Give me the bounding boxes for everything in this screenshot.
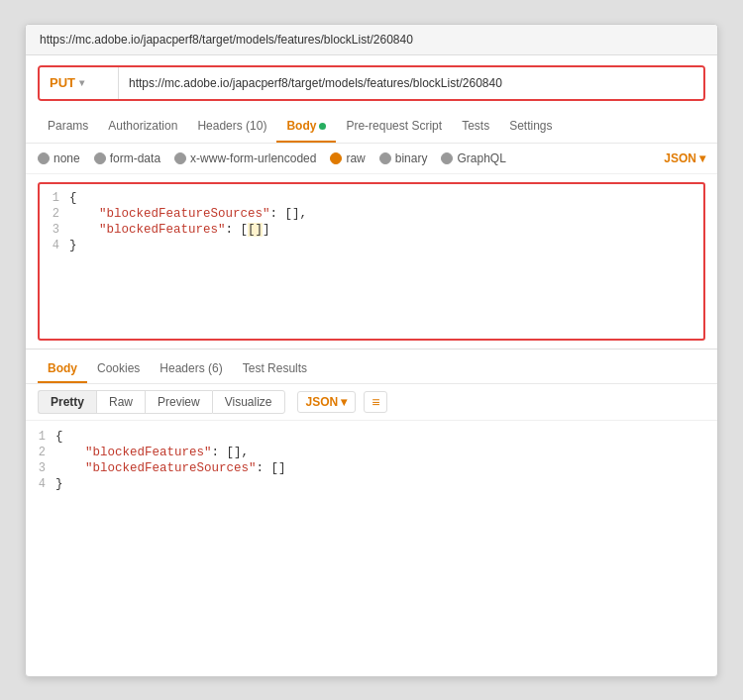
main-window: https://mc.adobe.io/japacperf8/target/mo… (25, 24, 718, 677)
request-bar: PUT ▾ (38, 65, 705, 101)
tab-tests[interactable]: Tests (452, 111, 499, 143)
resp-btn-raw[interactable]: Raw (96, 390, 145, 414)
window-title: https://mc.adobe.io/japacperf8/target/mo… (40, 33, 413, 47)
tab-settings[interactable]: Settings (499, 111, 562, 143)
body-active-dot (319, 123, 326, 130)
request-tabs: Params Authorization Headers (10) Body P… (26, 111, 717, 144)
resp-btn-pretty[interactable]: Pretty (38, 390, 96, 414)
method-chevron-icon: ▾ (79, 77, 84, 88)
response-format-row: Pretty Raw Preview Visualize JSON ▾ ≡ (26, 384, 717, 421)
window-title-bar: https://mc.adobe.io/japacperf8/target/mo… (26, 25, 717, 55)
method-dropdown[interactable]: PUT ▾ (40, 67, 119, 99)
option-graphql[interactable]: GraphQL (441, 151, 505, 165)
tab-authorization[interactable]: Authorization (98, 111, 187, 143)
radio-urlencoded-icon (174, 152, 186, 164)
resp-tab-cookies[interactable]: Cookies (87, 355, 150, 383)
resp-json-chevron-icon: ▾ (341, 395, 347, 409)
radio-binary-icon (379, 152, 391, 164)
editor-spacer (40, 253, 703, 333)
option-binary[interactable]: binary (379, 151, 428, 165)
tab-body[interactable]: Body (276, 111, 336, 143)
radio-graphql-icon (441, 152, 453, 164)
req-code-line-4: 4 } (40, 238, 703, 253)
response-tabs-row: Body Cookies Headers (6) Test Results (26, 350, 717, 384)
resp-tab-headers[interactable]: Headers (6) (150, 355, 232, 383)
resp-code-line-4: 4 } (26, 476, 717, 492)
resp-btn-visualize[interactable]: Visualize (212, 390, 285, 414)
resp-json-dropdown[interactable]: JSON ▾ (297, 391, 357, 413)
tab-headers[interactable]: Headers (10) (187, 111, 276, 143)
req-code-line-1: 1 { (40, 190, 703, 206)
radio-raw-icon (330, 152, 342, 164)
response-body-code: 1 { 2 "blockedFeatures": [], 3 "blockedF… (26, 421, 717, 500)
resp-btn-preview[interactable]: Preview (145, 390, 212, 414)
body-options-row: none form-data x-www-form-urlencoded raw… (26, 144, 717, 174)
json-type-dropdown[interactable]: JSON ▾ (664, 151, 705, 165)
option-raw[interactable]: raw (330, 151, 365, 165)
resp-code-line-2: 2 "blockedFeatures": [], (26, 445, 717, 460)
resp-code-line-1: 1 { (26, 429, 717, 445)
radio-none-icon (38, 152, 50, 164)
radio-formdata-icon (94, 152, 106, 164)
request-body-editor[interactable]: 1 { 2 "blockedFeatureSources": [], 3 "bl… (38, 182, 705, 341)
option-none[interactable]: none (38, 151, 80, 165)
resp-tab-testresults[interactable]: Test Results (233, 355, 317, 383)
resp-code-line-3: 3 "blockedFeatureSources": [] (26, 460, 717, 476)
method-label: PUT (50, 75, 75, 90)
json-chevron-icon: ▾ (699, 151, 705, 165)
tab-params[interactable]: Params (38, 111, 98, 143)
option-form-data[interactable]: form-data (94, 151, 160, 165)
resp-tab-body[interactable]: Body (38, 355, 87, 383)
option-urlencoded[interactable]: x-www-form-urlencoded (174, 151, 316, 165)
req-code-line-3: 3 "blockedFeatures": [[]] (40, 222, 703, 238)
resp-wrap-icon[interactable]: ≡ (364, 391, 387, 413)
tab-prerequest[interactable]: Pre-request Script (336, 111, 452, 143)
url-input[interactable] (119, 67, 703, 99)
req-code-line-2: 2 "blockedFeatureSources": [], (40, 206, 703, 222)
